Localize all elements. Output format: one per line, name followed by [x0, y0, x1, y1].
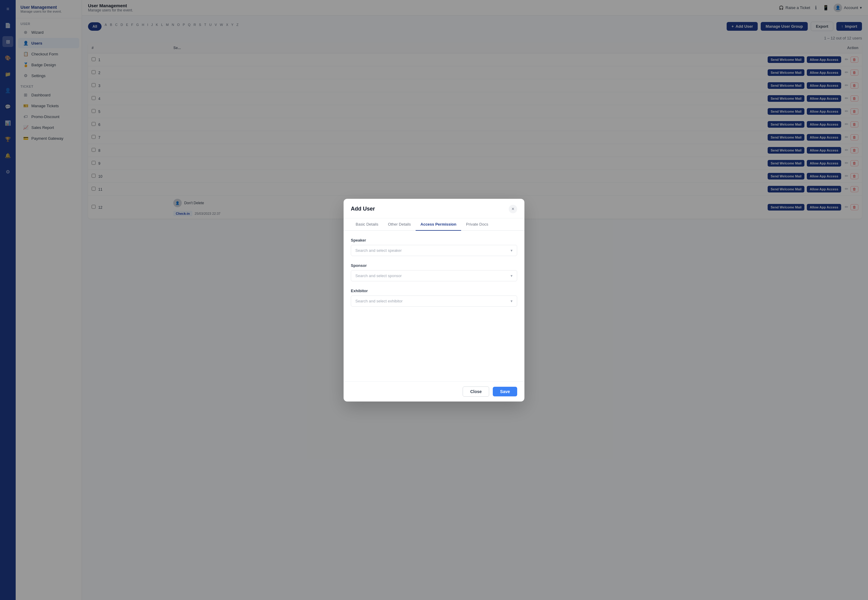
- exhibitor-label: Exhibitor: [351, 289, 517, 293]
- modal-body: Speaker Search and select speaker ▾ Spon…: [344, 231, 524, 381]
- save-modal-button[interactable]: Save: [493, 387, 517, 396]
- exhibitor-placeholder: Search and select exhibitor: [355, 299, 403, 303]
- modal-close-button[interactable]: ×: [509, 205, 517, 213]
- add-user-modal: Add User × Basic Details Other Details A…: [344, 199, 524, 402]
- close-modal-button[interactable]: Close: [463, 386, 489, 397]
- modal-header: Add User ×: [344, 199, 524, 218]
- exhibitor-section: Exhibitor Search and select exhibitor ▾: [351, 289, 517, 307]
- sponsor-select[interactable]: Search and select sponsor ▾: [351, 270, 517, 281]
- sponsor-placeholder: Search and select sponsor: [355, 273, 402, 278]
- tab-private-docs[interactable]: Private Docs: [461, 218, 493, 231]
- modal-overlay[interactable]: Add User × Basic Details Other Details A…: [0, 0, 868, 600]
- modal-title: Add User: [351, 206, 375, 212]
- sponsor-chevron-icon: ▾: [511, 273, 513, 278]
- exhibitor-select[interactable]: Search and select exhibitor ▾: [351, 295, 517, 307]
- speaker-label: Speaker: [351, 238, 517, 242]
- speaker-chevron-icon: ▾: [511, 248, 513, 253]
- modal-footer: Close Save: [344, 381, 524, 402]
- tab-other-details[interactable]: Other Details: [383, 218, 416, 231]
- speaker-section: Speaker Search and select speaker ▾: [351, 238, 517, 256]
- sponsor-section: Sponsor Search and select sponsor ▾: [351, 263, 517, 281]
- tab-basic-details[interactable]: Basic Details: [351, 218, 383, 231]
- tab-access-permission[interactable]: Access Permission: [416, 218, 461, 231]
- exhibitor-chevron-icon: ▾: [511, 299, 513, 303]
- sponsor-label: Sponsor: [351, 263, 517, 268]
- modal-tabs: Basic Details Other Details Access Permi…: [344, 218, 524, 231]
- speaker-select[interactable]: Search and select speaker ▾: [351, 245, 517, 256]
- speaker-placeholder: Search and select speaker: [355, 248, 402, 253]
